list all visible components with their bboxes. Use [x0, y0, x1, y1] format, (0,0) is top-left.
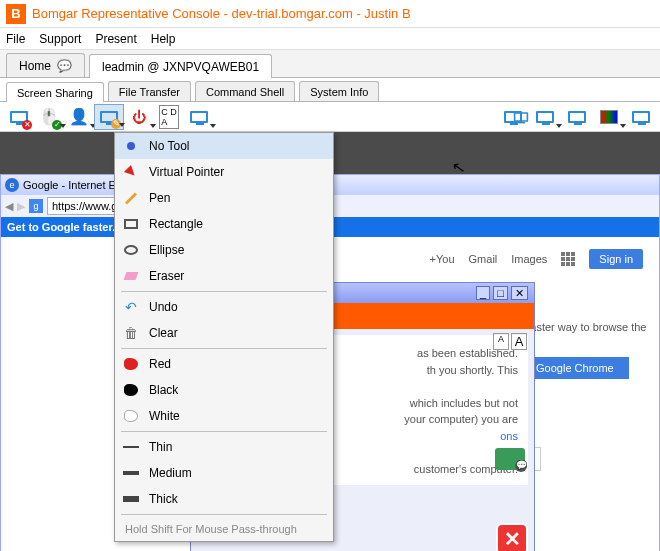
google-top-links: +You Gmail Images Sign in [430, 249, 643, 269]
titlebar: B Bomgar Representative Console - dev-tr… [0, 0, 660, 28]
menu-pen-label: Pen [149, 191, 170, 205]
menu-eraser[interactable]: Eraser [115, 263, 333, 289]
menu-weight-thin-label: Thin [149, 440, 172, 454]
menu-undo-label: Undo [149, 300, 178, 314]
red-blob-icon [123, 356, 139, 372]
ie-icon: e [5, 178, 19, 192]
end-session-button[interactable]: ✕ [496, 523, 528, 551]
tab-file-transfer[interactable]: File Transfer [108, 81, 191, 101]
menu-help[interactable]: Help [151, 32, 176, 46]
tool-refresh-icon[interactable] [562, 104, 592, 130]
tab-session[interactable]: leadmin @ JXNPVQAWEB01 [89, 54, 272, 78]
tab-system-info[interactable]: System Info [299, 81, 379, 101]
tab-home-label: Home [19, 59, 51, 73]
tool-mouse-allow-icon[interactable]: 🖱️✓ [34, 104, 64, 130]
feature-tabs: Screen Sharing File Transfer Command She… [0, 78, 660, 102]
ellipse-icon [123, 242, 139, 258]
menu-present[interactable]: Present [95, 32, 136, 46]
tool-fullscreen-icon[interactable] [626, 104, 656, 130]
dot-blue-icon [123, 138, 139, 154]
apps-grid-icon[interactable] [561, 252, 575, 266]
session-tabs: Home 💬 leadmin @ JXNPVQAWEB01 [0, 50, 660, 78]
font-large-icon[interactable]: A [511, 333, 527, 350]
rep-avatar-icon: 💬 [495, 448, 525, 470]
menu-clear[interactable]: 🗑Clear [115, 320, 333, 346]
menu-undo[interactable]: ↶Undo [115, 294, 333, 320]
rectangle-icon [123, 216, 139, 232]
menu-weight-thin[interactable]: Thin [115, 434, 333, 460]
tool-dual-monitor-icon[interactable] [498, 104, 528, 130]
back-icon[interactable]: ◀ [5, 200, 13, 213]
tool-power-icon[interactable]: ⏻ [124, 104, 154, 130]
chat-side-tools: A A 💬 [492, 333, 528, 470]
tool-fit-icon[interactable] [530, 104, 560, 130]
menu-no-tool[interactable]: No Tool [115, 133, 333, 159]
forward-icon[interactable]: ▶ [17, 200, 25, 213]
tool-screen-stop-icon[interactable]: ✕ [4, 104, 34, 130]
menu-clear-label: Clear [149, 326, 178, 340]
trash-icon: 🗑 [123, 325, 139, 341]
black-blob-icon [123, 382, 139, 398]
link-gmail[interactable]: Gmail [469, 253, 498, 265]
sign-in-button[interactable]: Sign in [589, 249, 643, 269]
menu-support[interactable]: Support [39, 32, 81, 46]
menu-separator [121, 431, 327, 432]
tab-command-shell[interactable]: Command Shell [195, 81, 295, 101]
menu-weight-thick-label: Thick [149, 492, 178, 506]
tab-home[interactable]: Home 💬 [6, 53, 85, 77]
tool-color-icon[interactable] [594, 104, 624, 130]
font-small-icon[interactable]: A [493, 333, 509, 350]
toolbar: ✕ 🖱️✓ 👤 ✎ ⏻ C DA [0, 102, 660, 132]
google-favicon-icon: g [29, 199, 43, 213]
menu-virtual-pointer-label: Virtual Pointer [149, 165, 224, 179]
tool-cad-icon[interactable]: C DA [154, 104, 184, 130]
eraser-icon [123, 268, 139, 284]
menu-eraser-label: Eraser [149, 269, 184, 283]
menu-hint: Hold Shift For Mouse Pass-through [115, 517, 333, 541]
menu-no-tool-label: No Tool [149, 139, 189, 153]
menu-color-red-label: Red [149, 357, 171, 371]
menu-pen[interactable]: Pen [115, 185, 333, 211]
tool-annotate-icon[interactable]: ✎ [94, 104, 124, 130]
menu-virtual-pointer[interactable]: Virtual Pointer [115, 159, 333, 185]
menu-color-black-label: Black [149, 383, 178, 397]
menu-ellipse[interactable]: Ellipse [115, 237, 333, 263]
menu-weight-medium-label: Medium [149, 466, 192, 480]
menu-color-red[interactable]: Red [115, 351, 333, 377]
app-icon: B [6, 4, 26, 24]
thin-line-icon [123, 439, 139, 455]
remote-cursor-icon: ↖ [450, 157, 466, 178]
medium-line-icon [123, 465, 139, 481]
menu-separator [121, 291, 327, 292]
tool-monitor-plain-icon[interactable] [184, 104, 214, 130]
chat-max-icon[interactable]: □ [493, 286, 508, 300]
pencil-icon [123, 190, 139, 206]
menu-rectangle[interactable]: Rectangle [115, 211, 333, 237]
menubar: File Support Present Help [0, 28, 660, 50]
menu-weight-thick[interactable]: Thick [115, 486, 333, 512]
menu-color-white-label: White [149, 409, 180, 423]
menu-color-white[interactable]: White [115, 403, 333, 429]
menu-rectangle-label: Rectangle [149, 217, 203, 231]
menu-color-black[interactable]: Black [115, 377, 333, 403]
toolbar-right [498, 104, 656, 130]
chat-close-icon[interactable]: ✕ [511, 286, 528, 300]
tab-session-label: leadmin @ JXNPVQAWEB01 [102, 60, 259, 74]
tab-screen-sharing[interactable]: Screen Sharing [6, 82, 104, 102]
chat-min-icon[interactable]: _ [476, 286, 490, 300]
menu-ellipse-label: Ellipse [149, 243, 184, 257]
annotation-menu: No Tool Virtual Pointer Pen Rectangle El… [114, 132, 334, 542]
arrow-red-icon [123, 164, 139, 180]
remote-screen-viewer[interactable]: e Google - Internet Explorer ◀ ▶ g Get t… [0, 132, 660, 551]
window-title: Bomgar Representative Console - dev-tria… [32, 6, 411, 21]
chat-bubble-icon: 💬 [57, 59, 72, 73]
tool-user-icon[interactable]: 👤 [64, 104, 94, 130]
menu-file[interactable]: File [6, 32, 25, 46]
menu-separator [121, 514, 327, 515]
menu-weight-medium[interactable]: Medium [115, 460, 333, 486]
link-images[interactable]: Images [511, 253, 547, 265]
undo-icon: ↶ [123, 299, 139, 315]
menu-separator [121, 348, 327, 349]
link-plus-you[interactable]: +You [430, 253, 455, 265]
thick-line-icon [123, 491, 139, 507]
